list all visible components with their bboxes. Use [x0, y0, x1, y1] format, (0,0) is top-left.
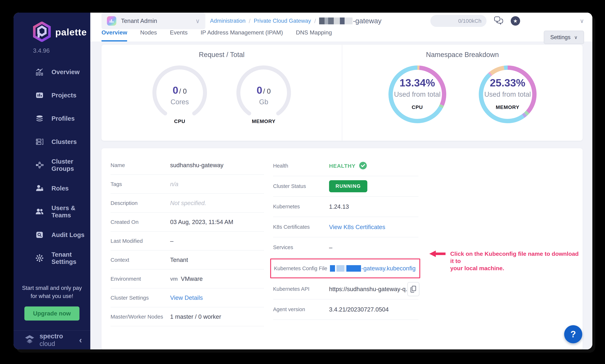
row-cluster-status: Cluster Status RUNNING	[273, 176, 418, 197]
sidebar-item-overview[interactable]: Overview	[14, 60, 90, 83]
tabs-row: Overview Nodes Events IP Address Managem…	[90, 29, 592, 41]
sidebar-item-label: Projects	[52, 92, 76, 99]
star-icon: ★	[511, 16, 520, 26]
row-agent-version: Agent version 3.4.21/20230727.0504	[273, 299, 418, 320]
chevron-down-icon: ∨	[195, 17, 200, 25]
row-cluster-settings: Cluster Settings View Details	[110, 288, 264, 307]
row-environment: Environment vm VMware	[110, 270, 264, 288]
namespace-breakdown-title: Namespace Breakdown	[342, 51, 583, 59]
brand-name: palette	[55, 27, 87, 38]
help-button[interactable]: ?	[564, 325, 582, 343]
annotation-text: Click on the Kubeconfig file name to dow…	[450, 250, 583, 272]
row-name: Name sudhanshu-gateway	[110, 156, 264, 175]
tab-dns-mapping[interactable]: DNS Mapping	[296, 29, 332, 41]
vmware-icon: vm	[170, 276, 178, 282]
tab-ipam[interactable]: IP Address Management (IPAM)	[201, 29, 283, 41]
sidebar-item-label: Tenant Settings	[52, 251, 90, 265]
sidebar-item-label: Roles	[52, 185, 69, 192]
sidebar-collapse-chevron-icon[interactable]: ‹	[79, 336, 82, 344]
layers-icon	[35, 114, 44, 123]
sidebar-item-label: Clusters	[52, 138, 77, 145]
details-right-column: Health HEALTHY Cluster Status RUNNING	[273, 156, 418, 345]
tab-events[interactable]: Events	[170, 29, 188, 41]
row-k8s-certificates: K8s Certificates View K8s Certificates	[273, 217, 418, 237]
app-version: 3.4.96	[33, 47, 90, 54]
sidebar-item-audit-logs[interactable]: Audit Logs	[14, 223, 90, 247]
sidebar-item-projects[interactable]: Projects	[14, 83, 90, 107]
view-k8s-certificates-link[interactable]: View K8s Certificates	[329, 224, 385, 231]
memory-percent: 25.33%	[477, 77, 538, 89]
cpu-donut: 13.34% Used from total CPU	[387, 64, 448, 125]
breadcrumb-administration[interactable]: Administration	[210, 18, 246, 24]
sidebar-item-clusters[interactable]: Clusters	[14, 130, 90, 153]
clusters-icon	[35, 137, 44, 146]
request-total-panel: Request / Total 0 / 0 Cores CPU	[101, 45, 342, 141]
content: Request / Total 0 / 0 Cores CPU	[90, 41, 592, 349]
health-status-badge: HEALTHY	[329, 163, 356, 169]
row-last-modified: Last Modified –	[110, 232, 264, 250]
memory-gauge: 0 / 0 Gb MEMORY	[236, 65, 292, 124]
cpu-caption: CPU	[152, 118, 208, 124]
row-services: Services –	[273, 237, 418, 258]
sidebar-item-tenant-settings[interactable]: Tenant Settings	[14, 247, 90, 270]
spectro-cloud-logo-icon	[24, 335, 35, 345]
redacted-username[interactable]	[527, 18, 573, 24]
tab-overview[interactable]: Overview	[101, 29, 127, 41]
view-details-link[interactable]: View Details	[170, 294, 203, 301]
sidebar-nav: Overview Projects Profiles	[14, 60, 90, 270]
sidebar-item-users-teams[interactable]: Users & Teams	[14, 200, 90, 223]
row-kubernetes-api: Kubernetes API https://sudhanshu-gateway…	[273, 279, 418, 299]
tab-nodes[interactable]: Nodes	[140, 29, 157, 41]
namespace-breakdown-panel: Namespace Breakdown 13.34% Used from tot…	[342, 45, 583, 141]
kubeconfig-download-link[interactable]: -gateway.kubeconfig	[330, 265, 415, 272]
memory-caption: MEMORY	[236, 118, 292, 124]
network-nodes-icon	[35, 161, 44, 169]
usage-pill: 0/100kCh	[430, 15, 486, 27]
gear-icon	[35, 254, 44, 262]
memory-unit: Gb	[236, 98, 292, 106]
sidebar-item-label: Overview	[52, 68, 80, 76]
sidebar-item-label: Audit Logs	[52, 231, 84, 238]
charts-card: Request / Total 0 / 0 Cores CPU	[101, 45, 583, 141]
row-kubernetes: Kubernetes 1.24.13	[273, 197, 418, 217]
chat-button[interactable]	[493, 16, 504, 26]
sidebar: palette 3.4.96 Overview	[14, 13, 90, 349]
main-area: Tenant Admin ∨ Administration / Private …	[90, 13, 592, 349]
breadcrumb-separator: /	[314, 17, 316, 25]
app-window: palette 3.4.96 Overview	[14, 13, 592, 349]
person-lock-icon	[35, 184, 44, 193]
memory-total-value: 0	[267, 88, 271, 95]
sidebar-item-roles[interactable]: Roles	[14, 177, 90, 200]
brand-row: palette	[32, 22, 85, 43]
sidebar-item-label: Cluster Groups	[52, 158, 90, 172]
cpu-unit: Cores	[152, 98, 208, 106]
check-circle-icon	[359, 162, 367, 170]
details-left-column: Name sudhanshu-gateway Tags n/a Descript…	[110, 156, 264, 345]
topbar: Tenant Admin ∨ Administration / Private …	[90, 13, 592, 29]
row-kubernetes-config-file: Kubernetes Config File -gateway.kubeconf…	[270, 259, 420, 278]
scope-label: Tenant Admin	[121, 17, 157, 24]
cpu-percent: 13.34%	[387, 77, 448, 89]
cpu-request-value: 0	[173, 84, 178, 96]
redacted-gateway-name	[319, 17, 353, 24]
cpu-gauge: 0 / 0 Cores CPU	[152, 65, 208, 124]
chevron-down-icon: ∨	[574, 35, 578, 40]
sidebar-item-label: Profiles	[52, 115, 75, 122]
kubeconfig-annotation: Click on the Kubeconfig file name to dow…	[429, 250, 583, 272]
sidebar-item-profiles[interactable]: Profiles	[14, 107, 90, 130]
palette-logo-icon	[32, 22, 51, 43]
memory-request-value: 0	[257, 84, 262, 96]
scope-selector[interactable]: Tenant Admin ∨	[101, 13, 205, 29]
sidebar-item-cluster-groups[interactable]: Cluster Groups	[14, 153, 90, 177]
settings-button[interactable]: Settings ∨	[544, 31, 584, 44]
breadcrumb-private-cloud-gateway[interactable]: Private Cloud Gateway	[254, 18, 311, 24]
upgrade-now-button[interactable]: Upgrade now	[24, 306, 80, 321]
cluster-name-value: sudhanshu-gateway	[170, 162, 223, 169]
row-health: Health HEALTHY	[273, 156, 418, 176]
star-badge-button[interactable]: ★	[511, 16, 520, 26]
cpu-total-value: 0	[183, 88, 187, 95]
copy-api-url-button[interactable]	[407, 282, 419, 296]
topbar-right: 0/100kCh ★ ∨	[430, 15, 584, 27]
details-card: Name sudhanshu-gateway Tags n/a Descript…	[101, 148, 583, 349]
user-menu-chevron-icon[interactable]: ∨	[580, 17, 584, 24]
